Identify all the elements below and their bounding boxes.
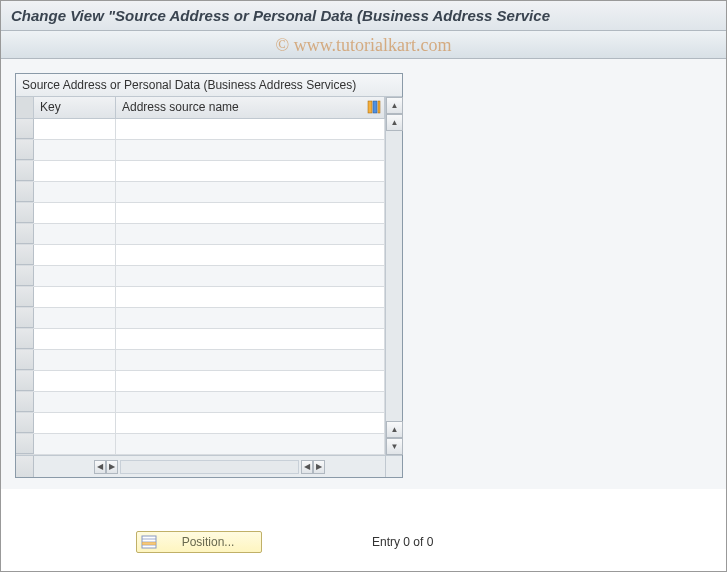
scroll-up-button-2[interactable]: ▲ [386,114,403,131]
page-title: Change View "Source Address or Personal … [11,7,550,24]
row-selector[interactable] [16,161,34,181]
cell-key[interactable] [34,119,116,139]
table-row[interactable] [16,161,385,182]
position-button-label: Position... [163,535,253,549]
table-row[interactable] [16,287,385,308]
cell-key[interactable] [34,308,116,328]
svg-rect-0 [368,101,372,113]
row-selector[interactable] [16,392,34,412]
scroll-track[interactable] [386,131,402,421]
cell-key[interactable] [34,182,116,202]
scroll-up-button[interactable]: ▲ [386,97,403,114]
table-row[interactable] [16,329,385,350]
cell-key[interactable] [34,392,116,412]
cell-key[interactable] [34,266,116,286]
cell-name[interactable] [116,161,385,181]
row-selector[interactable] [16,371,34,391]
cell-key[interactable] [34,350,116,370]
cell-key[interactable] [34,371,116,391]
hscroll-track[interactable] [120,460,299,474]
data-table: Source Address or Personal Data (Busines… [15,73,403,478]
table-row[interactable] [16,392,385,413]
scroll-down-button-2[interactable]: ▲ [386,421,403,438]
svg-rect-2 [378,101,380,113]
cell-key[interactable] [34,329,116,349]
table-row[interactable] [16,203,385,224]
table-row[interactable] [16,371,385,392]
table-header-row: Key Address source name [16,97,385,119]
svg-rect-1 [373,101,377,113]
table-row[interactable] [16,119,385,140]
table-row[interactable] [16,140,385,161]
row-selector[interactable] [16,245,34,265]
cell-key[interactable] [34,287,116,307]
cell-name[interactable] [116,287,385,307]
row-selector[interactable] [16,224,34,244]
cell-key[interactable] [34,161,116,181]
table-row[interactable] [16,182,385,203]
row-selector[interactable] [16,434,34,454]
row-selector[interactable] [16,140,34,160]
cell-name[interactable] [116,182,385,202]
cell-name[interactable] [116,413,385,433]
row-selector[interactable] [16,308,34,328]
column-header-name[interactable]: Address source name [116,97,385,118]
row-selector[interactable] [16,350,34,370]
scroll-left-button-2[interactable]: ◀ [301,460,313,474]
table-row[interactable] [16,266,385,287]
cell-name[interactable] [116,266,385,286]
title-bar: Change View "Source Address or Personal … [1,1,726,31]
cell-name[interactable] [116,350,385,370]
scroll-corner [385,456,402,477]
status-bar: Position... Entry 0 of 0 [1,531,726,553]
cell-key[interactable] [34,140,116,160]
position-icon [141,534,157,550]
svg-rect-7 [142,542,156,545]
cell-name[interactable] [116,329,385,349]
cell-key[interactable] [34,434,116,454]
table-row[interactable] [16,434,385,455]
footer-selector [16,456,34,477]
cell-key[interactable] [34,224,116,244]
toolbar [1,31,726,59]
cell-name[interactable] [116,119,385,139]
table-caption: Source Address or Personal Data (Busines… [16,74,402,97]
cell-name[interactable] [116,224,385,244]
position-button[interactable]: Position... [136,531,262,553]
entry-counter: Entry 0 of 0 [372,535,433,549]
cell-name[interactable] [116,308,385,328]
cell-name[interactable] [116,140,385,160]
horizontal-scrollbar[interactable]: ◀ ▶ ◀ ▶ [34,456,385,477]
table-row[interactable] [16,224,385,245]
cell-key[interactable] [34,245,116,265]
cell-name[interactable] [116,392,385,412]
row-selector[interactable] [16,329,34,349]
cell-key[interactable] [34,203,116,223]
table-settings-icon[interactable] [366,99,382,115]
table-row[interactable] [16,350,385,371]
row-selector[interactable] [16,203,34,223]
cell-name[interactable] [116,245,385,265]
scroll-left-button[interactable]: ◀ [94,460,106,474]
row-selector[interactable] [16,266,34,286]
column-header-key[interactable]: Key [34,97,116,118]
select-all-header[interactable] [16,97,34,118]
cell-name[interactable] [116,371,385,391]
row-selector[interactable] [16,287,34,307]
table-row[interactable] [16,308,385,329]
scroll-down-button[interactable]: ▼ [386,438,403,455]
row-selector[interactable] [16,413,34,433]
vertical-scrollbar[interactable]: ▲ ▲ ▲ ▼ [385,97,402,455]
cell-name[interactable] [116,203,385,223]
table-row[interactable] [16,245,385,266]
cell-name[interactable] [116,434,385,454]
cell-key[interactable] [34,413,116,433]
row-selector[interactable] [16,182,34,202]
table-row[interactable] [16,413,385,434]
row-selector[interactable] [16,119,34,139]
scroll-right-button-2[interactable]: ▶ [313,460,325,474]
content-area: Source Address or Personal Data (Busines… [1,59,726,489]
scroll-right-button[interactable]: ▶ [106,460,118,474]
